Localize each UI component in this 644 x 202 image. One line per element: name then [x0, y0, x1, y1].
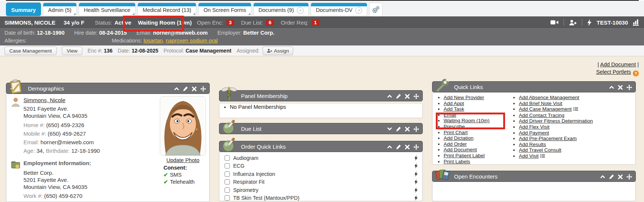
quick-link-waiting-room[interactable]: Waiting Room (10m) [444, 118, 489, 123]
tab-documents-dv[interactable]: Documents-DV↗ [311, 3, 367, 16]
consent-sms: ✔SMS [164, 172, 207, 178]
clipboard-icon [8, 79, 24, 95]
order-req-badge[interactable]: 1 [311, 19, 320, 26]
edit-pencil-icon[interactable] [396, 126, 401, 132]
add-document-link[interactable]: Add Document [600, 61, 636, 67]
tab-admin[interactable]: Admin (5) [43, 3, 77, 16]
employer-address2: Mountain View, CA 94035 [23, 183, 154, 190]
demographics-details: Simmons, Nicole 5201 Fayette Ave. Mounta… [11, 97, 154, 202]
quick-link[interactable]: Email [444, 112, 456, 118]
open-encounters-header: Open Encounters [432, 171, 636, 182]
tab-fold-icon [193, 13, 195, 15]
quick-link[interactable]: Add Document [444, 147, 477, 152]
patient-id: TEST-10030 [597, 19, 628, 26]
close-x-icon[interactable] [618, 85, 623, 90]
quick-link[interactable]: Prescribe [444, 124, 465, 129]
collapse-chevron-icon[interactable] [600, 174, 605, 179]
order-checkbox[interactable] [225, 179, 230, 184]
quick-link[interactable]: Add Order [444, 141, 467, 147]
quick-order-bolt-icon[interactable] [414, 155, 418, 161]
collapse-chevron-icon[interactable] [174, 86, 179, 91]
quick-order-bolt-icon[interactable] [414, 171, 418, 177]
medication-link[interactable]: naproxen sodium oral [166, 38, 218, 44]
quick-link[interactable]: Print Chart [444, 130, 468, 135]
settings-gear-button[interactable] [369, 3, 383, 17]
person-add-icon [267, 48, 272, 53]
quick-link[interactable]: Add Appt [444, 101, 464, 106]
quick-link[interactable]: Add Dictation [444, 135, 473, 141]
case-management-button[interactable]: Case Management [4, 47, 57, 55]
quick-link[interactable]: Add Payment [519, 130, 549, 136]
move-icon[interactable] [200, 86, 206, 92]
patient-name-link[interactable]: Simmons, Nicole [23, 97, 66, 103]
edit-pencil-icon[interactable] [609, 174, 614, 179]
due-list-badge[interactable]: 6 [266, 19, 274, 26]
collapse-chevron-icon[interactable] [387, 94, 392, 99]
tab-health-surveillance[interactable]: Health Surveillance [79, 3, 136, 16]
view-button[interactable]: View [62, 47, 82, 55]
help-icon[interactable]: ? [633, 70, 639, 76]
order-quick-links-body: Audiogram ECG Influenza Injection Respir… [219, 152, 423, 201]
webchart-app: Summary Admin (5) Health Surveillance Me… [0, 0, 644, 202]
order-checkbox[interactable] [225, 187, 230, 193]
collapse-chevron-icon[interactable] [387, 144, 392, 149]
tab-fold-icon [132, 13, 134, 15]
close-x-icon[interactable] [405, 145, 410, 149]
order-checkbox[interactable] [225, 195, 230, 201]
waiting-room-link[interactable]: Waiting Room (10m) [138, 19, 191, 26]
close-x-icon[interactable] [618, 174, 623, 179]
medication-link[interactable]: losartan, [143, 38, 164, 44]
tab-on-screen-forms[interactable]: On Screen Forms [198, 3, 251, 16]
quick-order-bolt-icon[interactable] [414, 195, 418, 201]
portlet-title: Order Quick Links [241, 143, 286, 150]
edit-pencil-icon[interactable] [183, 86, 188, 91]
update-photo-link[interactable]: Update Photo [166, 157, 200, 163]
edit-pencil-icon[interactable] [396, 94, 401, 99]
order-checkbox[interactable] [225, 163, 230, 168]
open-enc-badge[interactable]: 3 [226, 19, 235, 26]
quick-link[interactable]: Print Labels [444, 159, 470, 164]
quick-link[interactable]: Add Task [444, 106, 464, 112]
assign-button[interactable]: Assign [263, 47, 294, 55]
quick-link[interactable]: Add Travel Consult [519, 147, 561, 153]
close-x-icon[interactable] [405, 94, 410, 99]
tab-medical-record[interactable]: Medical Record (13) [137, 3, 197, 16]
external-link-icon[interactable]: ↗ [355, 7, 362, 14]
person-add-icon[interactable] [569, 19, 577, 26]
quick-link[interactable]: Add Contact Tracing [519, 113, 564, 118]
quick-link[interactable]: Print Patient Label [444, 153, 485, 158]
close-x-icon[interactable] [192, 86, 197, 91]
move-icon[interactable] [413, 94, 419, 99]
move-icon[interactable] [413, 144, 419, 150]
quick-link[interactable]: Add Pre-Placement Exam [519, 136, 577, 141]
order-checkbox[interactable] [225, 155, 230, 161]
collapse-chevron-icon[interactable] [609, 85, 614, 90]
move-icon[interactable] [413, 126, 419, 132]
video-camera-icon[interactable] [551, 19, 559, 25]
quick-order-bolt-icon[interactable] [414, 187, 418, 193]
quick-link[interactable]: Add New Provider [444, 95, 484, 100]
lightning-icon[interactable] [587, 19, 592, 26]
flowchart-icon[interactable] [633, 19, 639, 26]
quick-order-bolt-icon[interactable] [414, 179, 418, 185]
close-x-icon[interactable] [405, 127, 410, 132]
move-icon[interactable] [626, 174, 632, 180]
patient-photo[interactable] [160, 96, 206, 156]
quick-link[interactable]: Add Flex Visit [519, 124, 549, 130]
expand-chevron-icon[interactable] [387, 126, 392, 132]
quick-link[interactable]: Add Brief Note Visit [519, 101, 562, 106]
tab-summary[interactable]: Summary [6, 3, 41, 16]
open-encounters-body [432, 182, 636, 201]
order-checkbox[interactable] [225, 171, 230, 177]
external-link-icon[interactable]: ↗ [297, 7, 304, 14]
quick-link[interactable]: Add Results [519, 142, 546, 147]
quick-link[interactable]: Add Absence Management [519, 95, 579, 100]
select-portlets-link[interactable]: Select Portlets [596, 69, 631, 75]
edit-pencil-icon[interactable] [396, 144, 401, 149]
quick-link[interactable]: Add Driver Fitness Determination [519, 118, 593, 124]
move-icon[interactable] [626, 85, 632, 90]
quick-link[interactable]: Add Visit [519, 153, 539, 159]
quick-link[interactable]: Add Case Management [519, 106, 572, 112]
tab-documents[interactable]: Documents (9)↗ [253, 3, 309, 16]
quick-order-bolt-icon[interactable] [414, 163, 418, 169]
